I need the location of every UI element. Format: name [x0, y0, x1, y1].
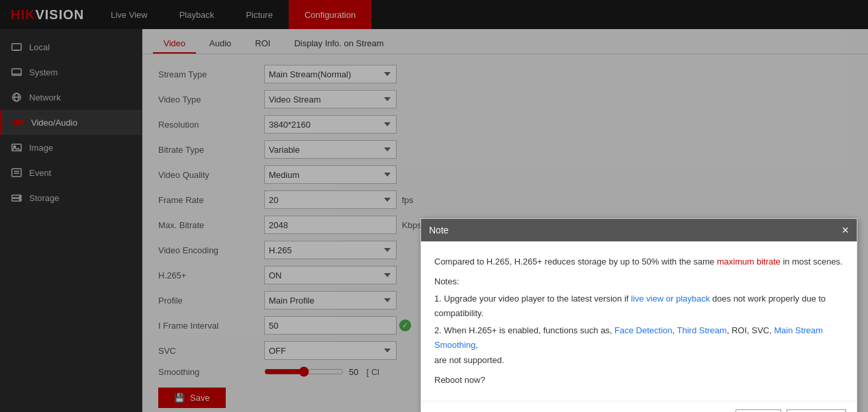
note1-pre: 1. Upgrade your video player to the late…: [434, 294, 631, 304]
ok-button[interactable]: OK: [736, 409, 781, 412]
modal-notes-label: Notes:: [434, 274, 844, 289]
modal-header: Note ×: [421, 219, 857, 241]
modal-line1-post: in most scenes.: [781, 257, 843, 267]
modal-line1-highlight: maximum bitrate: [717, 257, 781, 267]
note1-highlight1: live view or playback: [631, 294, 710, 304]
note2-pre: 2. When H.265+ is enabled, functions suc…: [434, 325, 614, 335]
modal-title: Note: [429, 225, 449, 235]
note2-highlight2: Third Stream: [677, 325, 727, 335]
modal-body: Compared to H.265, H.265+ reduces storag…: [421, 241, 857, 401]
modal-overlay: Note × Compared to H.265, H.265+ reduces…: [0, 0, 868, 412]
modal-reboot: Reboot now?: [434, 373, 844, 388]
modal-footer: OK Cancel: [421, 401, 857, 412]
note2-sep2: , ROI, SVC,: [727, 325, 775, 335]
modal-note2: 2. When H.265+ is enabled, functions suc…: [434, 323, 844, 352]
cancel-button[interactable]: Cancel: [787, 409, 846, 412]
note2-highlight1: Face Detection: [614, 325, 672, 335]
modal-close-button[interactable]: ×: [842, 224, 849, 236]
modal-line1: Compared to H.265, H.265+ reduces storag…: [434, 255, 844, 269]
modal-note2-cont: are not supported.: [434, 353, 844, 368]
modal-line1-pre: Compared to H.265, H.265+ reduces storag…: [434, 257, 717, 267]
modal-note1: 1. Upgrade your video player to the late…: [434, 292, 844, 321]
note2-sep1: ,: [673, 325, 677, 335]
note-modal: Note × Compared to H.265, H.265+ reduces…: [420, 218, 857, 412]
note2-post: ,: [475, 340, 478, 350]
